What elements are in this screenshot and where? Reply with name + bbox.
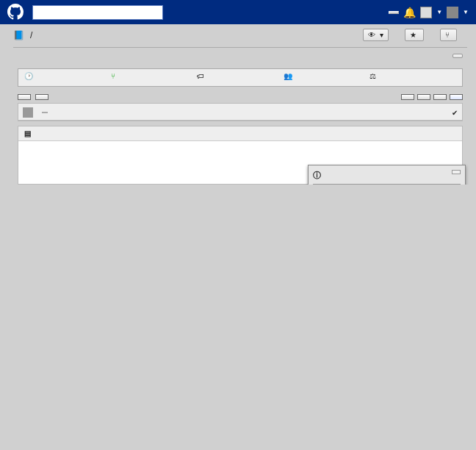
upload-files-button[interactable]	[417, 94, 430, 100]
last-commit: ✔	[18, 103, 463, 121]
plus-menu-icon[interactable]	[420, 7, 432, 18]
repo-stats: 🕑 ⑂ 🏷 👥 ⚖	[18, 68, 463, 87]
find-file-button[interactable]	[433, 94, 447, 100]
avatar[interactable]	[447, 7, 458, 18]
clone-url-input[interactable]	[313, 184, 446, 185]
contributors-stat[interactable]: 👥	[284, 72, 370, 80]
bell-icon[interactable]: 🔔	[403, 7, 416, 18]
ellipsis-button[interactable]	[42, 112, 48, 113]
help-icon[interactable]: ⓘ	[313, 171, 321, 179]
create-file-button[interactable]	[401, 94, 414, 100]
search-input[interactable]	[32, 5, 163, 20]
file-list	[18, 121, 463, 121]
clone-title: ⓘ	[313, 171, 321, 179]
avatar[interactable]	[23, 107, 33, 118]
branch-select[interactable]	[18, 94, 31, 100]
new-pr-button[interactable]	[35, 94, 48, 100]
unread-button[interactable]	[389, 11, 399, 14]
people-icon: 👥	[284, 72, 292, 80]
copy-icon[interactable]: 📋	[446, 184, 461, 185]
top-nav: 🔔 ▼ ▼	[0, 0, 476, 24]
star-count[interactable]	[430, 29, 434, 41]
fork-button[interactable]: ⑂	[440, 29, 457, 41]
use-https-button[interactable]	[452, 170, 461, 174]
tag-icon: 🏷	[197, 72, 204, 80]
branch-icon: ⑂	[111, 72, 115, 80]
law-icon: ⚖	[369, 72, 376, 80]
repo-icon: 📘	[13, 30, 24, 40]
repo-path: 📘 / 👁▾ ★ ⑂	[13, 29, 467, 41]
fork-icon: ⑂	[445, 31, 450, 39]
clone-panel: ⓘ 📋	[308, 165, 466, 185]
edit-description-button[interactable]	[452, 54, 463, 58]
license-stat[interactable]: ⚖	[369, 72, 456, 80]
eye-icon: 👁	[368, 31, 375, 39]
commit-icon: 🕑	[24, 72, 33, 80]
watch-count[interactable]	[394, 29, 399, 41]
clone-download-button[interactable]	[450, 94, 463, 100]
branches-stat[interactable]: ⑂	[111, 72, 198, 80]
watch-button[interactable]: 👁▾	[363, 29, 389, 41]
star-icon: ★	[410, 31, 416, 39]
check-icon[interactable]: ✔	[452, 109, 458, 117]
star-button[interactable]: ★	[405, 29, 424, 41]
fork-count[interactable]	[463, 29, 467, 41]
chevron-down-icon: ▼	[463, 9, 469, 15]
releases-stat[interactable]: 🏷	[197, 72, 284, 80]
repo-tabs	[13, 47, 467, 48]
commits-stat[interactable]: 🕑	[24, 72, 111, 80]
chevron-down-icon: ▼	[436, 9, 442, 15]
github-logo-icon[interactable]	[7, 4, 24, 21]
book-icon: ▤	[24, 129, 31, 138]
